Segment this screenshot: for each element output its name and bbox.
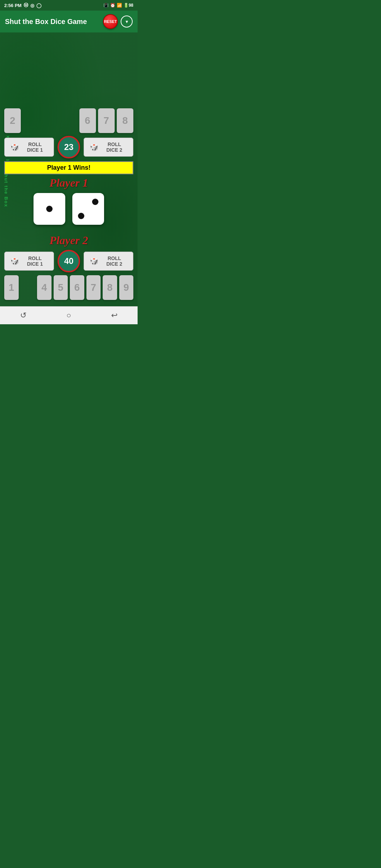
player1-roll-dice-1-button[interactable]: 🎲 ROLL DICE 1 — [4, 138, 54, 157]
player2-tile-8[interactable]: 8 — [103, 275, 117, 300]
die2-dot2 — [78, 213, 84, 219]
player2-tile-7[interactable]: 7 — [86, 275, 101, 300]
p2-dice1-icon: 🎲 — [10, 257, 19, 265]
player1-tile-8[interactable]: 8 — [117, 108, 133, 133]
player2-roll-dice-2-button[interactable]: 🎲 ROLL DICE 2 — [84, 252, 133, 271]
battery-icon: 🔋98 — [123, 3, 133, 8]
status-right: 📳 ⏰ 📶 🔋98 — [103, 3, 133, 8]
app-icon: ◯ — [36, 3, 42, 8]
player1-controls: 🎲 ROLL DICE 1 23 🎲 ROLL DICE 2 — [4, 136, 133, 158]
die2-dot1 — [92, 199, 98, 205]
status-bar: 2:56 PM Ⓜ ◎ ◯ 📳 ⏰ 📶 🔋98 — [0, 0, 138, 11]
player2-tile-1[interactable]: 1 — [4, 275, 19, 300]
p2-dice2-icon: 🎲 — [90, 257, 98, 265]
player2-controls: 🎲 ROLL DICE 1 40 🎲 ROLL DICE 2 — [4, 250, 133, 272]
home-nav-button[interactable]: ○ — [66, 311, 71, 320]
player1-tile-7[interactable]: 7 — [98, 108, 115, 133]
header-controls: RESET ▾ — [103, 14, 133, 29]
return-nav-button[interactable]: ↩ — [111, 311, 117, 320]
dice-area — [4, 193, 133, 225]
player2-roll2-label: ROLL DICE 2 — [101, 255, 127, 267]
vibrate-icon: 📳 — [103, 3, 109, 8]
player1-roll2-label: ROLL DICE 2 — [101, 141, 127, 153]
player1-tile-2[interactable]: 2 — [4, 108, 21, 133]
die-2 — [72, 193, 104, 225]
app-header: Shut the Box Dice Game RESET ▾ — [0, 11, 138, 32]
dice2-icon: 🎲 — [90, 143, 98, 151]
game-area: shut the Box shut the Box 2 6 7 8 🎲 ROLL… — [0, 32, 138, 306]
player1-tile-6[interactable]: 6 — [79, 108, 96, 133]
bottom-nav: ↺ ○ ↩ — [0, 306, 138, 324]
instagram-icon: ◎ — [30, 3, 34, 8]
player2-tiles-row: 1 4 5 6 7 8 9 — [4, 275, 133, 300]
player1-label: Player 1 — [4, 176, 133, 189]
player2-tile-5[interactable]: 5 — [54, 275, 68, 300]
player2-tile-4[interactable]: 4 — [37, 275, 52, 300]
back-nav-button[interactable]: ↺ — [20, 311, 26, 320]
signal-icon: 📶 — [117, 3, 122, 8]
player2-roll1-label: ROLL DICE 1 — [22, 255, 48, 267]
dice1-icon: 🎲 — [10, 143, 19, 151]
player1-roll-dice-2-button[interactable]: 🎲 ROLL DICE 2 — [84, 138, 133, 157]
die1-dot1 — [46, 206, 53, 212]
status-left: 2:56 PM Ⓜ ◎ ◯ — [4, 2, 42, 8]
player2-tile-9[interactable]: 9 — [119, 275, 134, 300]
player1-tiles-row: 2 6 7 8 — [4, 108, 133, 133]
player2-label: Player 2 — [4, 234, 133, 247]
dropdown-button[interactable]: ▾ — [121, 16, 133, 28]
player2-roll-dice-1-button[interactable]: 🎲 ROLL DICE 1 — [4, 252, 54, 271]
player1-roll1-label: ROLL DICE 1 — [22, 141, 48, 153]
facebook-icon: Ⓜ — [24, 2, 28, 8]
die-1 — [34, 193, 65, 225]
alarm-icon: ⏰ — [110, 3, 115, 8]
player2-score: 40 — [58, 250, 80, 272]
win-banner: Player 1 Wins! — [4, 161, 133, 174]
time: 2:56 PM — [4, 3, 22, 8]
player2-tile-6[interactable]: 6 — [70, 275, 84, 300]
app-title: Shut the Box Dice Game — [5, 18, 87, 26]
reset-button[interactable]: RESET — [103, 14, 118, 29]
player1-score: 23 — [58, 136, 80, 158]
